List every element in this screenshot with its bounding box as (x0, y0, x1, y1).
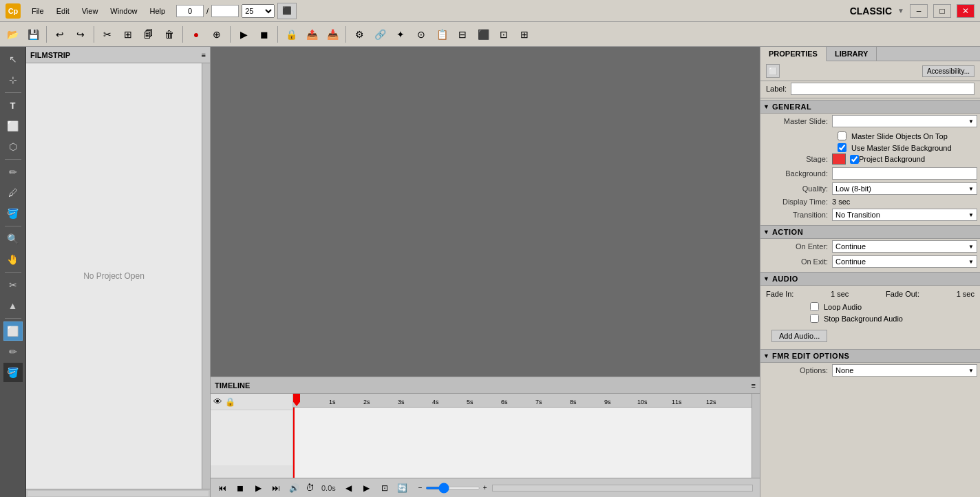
toolbar-import[interactable]: 📥 (323, 25, 342, 44)
toolbar-add[interactable]: ⊕ (207, 25, 226, 44)
label-input[interactable] (791, 83, 974, 95)
timeline-vscroll[interactable] (752, 394, 760, 478)
transition-dropdown[interactable]: No Transition ▼ (832, 209, 977, 221)
toolbar-sep4 (230, 26, 231, 43)
on-exit-dropdown[interactable]: Continue ▼ (832, 255, 977, 268)
toolbar-redo[interactable]: ↪ (71, 25, 90, 44)
toolbar-play[interactable]: ▶ (234, 25, 253, 44)
master-slide-objects-checkbox[interactable] (838, 131, 846, 140)
filmstrip-menu-icon[interactable]: ≡ (202, 51, 206, 59)
toolbar-group[interactable]: ⬛ (473, 25, 493, 44)
toolbar-lock[interactable]: 🔒 (281, 25, 301, 44)
tool-crop[interactable]: ✂ (3, 275, 23, 295)
tool-brush[interactable]: ✏ (3, 342, 23, 361)
frame-total-input[interactable] (211, 5, 239, 17)
tool-pointer[interactable]: ↖ (3, 50, 23, 69)
tl-frame-back[interactable]: ◀ (341, 481, 356, 495)
tool-rectangle2[interactable]: ⬜ (3, 321, 23, 341)
on-enter-dropdown[interactable]: Continue ▼ (832, 240, 977, 253)
toolbar-undo[interactable]: ↩ (50, 25, 70, 44)
toolbar-stop[interactable]: ◼ (255, 25, 274, 44)
fps-select[interactable]: 25 (242, 4, 275, 18)
maximize-button[interactable]: □ (933, 4, 951, 18)
timeline-controls: ⏮ ◼ ▶ ⏭ 🔊 ⏱ 0.0s ◀ ▶ ⊡ 🔄 − + (211, 478, 760, 497)
add-audio-button[interactable]: Add Audio... (771, 330, 827, 342)
fmr-options-dropdown[interactable]: None ▼ (832, 364, 977, 377)
tool-pen[interactable]: 🖊 (3, 183, 23, 202)
tl-stop[interactable]: ◼ (233, 481, 248, 495)
tool-text[interactable]: T (3, 96, 23, 115)
frame-current-input[interactable] (176, 5, 204, 17)
tool-fill[interactable]: 🪣 (3, 204, 23, 223)
toolbar-export[interactable]: 📤 (302, 25, 321, 44)
tool-pencil[interactable]: ✏ (3, 162, 23, 182)
tl-audio[interactable]: 🔊 (286, 481, 301, 495)
stop-bg-audio-checkbox[interactable] (810, 314, 819, 323)
slide-icon-btn[interactable]: ⬜ (766, 64, 780, 78)
stage-color-swatch[interactable] (832, 154, 846, 165)
toolbar-paste[interactable]: 🗐 (139, 25, 158, 44)
tl-play[interactable]: ▶ (251, 481, 266, 495)
menu-window[interactable]: Window (105, 6, 142, 17)
tool-rectangle[interactable]: ⬜ (3, 116, 23, 136)
quality-dropdown[interactable]: Low (8-bit) ▼ (832, 182, 977, 195)
menu-view[interactable]: View (76, 6, 104, 17)
toolbar-copy[interactable]: ⊞ (118, 25, 138, 44)
timeline-hscroll[interactable] (492, 485, 753, 491)
close-button[interactable]: ✕ (957, 4, 974, 18)
section-audio-header[interactable]: ▼ AUDIO (760, 272, 980, 286)
tool-hand[interactable]: 🤚 (3, 250, 23, 269)
tool-polygon[interactable]: ⬡ (3, 137, 23, 156)
lock-icon[interactable]: 🔒 (225, 397, 235, 407)
filmstrip-hscroll[interactable] (26, 489, 210, 497)
loop-audio-checkbox[interactable] (810, 302, 819, 311)
background-input[interactable] (832, 167, 977, 180)
menu-file[interactable]: File (26, 6, 50, 17)
toolbar-delete[interactable]: 🗑 (160, 25, 179, 44)
menu-edit[interactable]: Edit (51, 6, 75, 17)
menu-help[interactable]: Help (144, 6, 171, 17)
toolbar-save[interactable]: 💾 (23, 25, 43, 44)
toolbar-record[interactable]: ● (187, 25, 206, 44)
toolbar-table[interactable]: ⊞ (515, 25, 534, 44)
section-action-header[interactable]: ▼ ACTION (760, 225, 980, 239)
toolbar-ungroup[interactable]: ⊡ (494, 25, 513, 44)
zoom-plus-icon[interactable]: + (483, 484, 487, 491)
master-slide-dropdown[interactable]: ▼ (832, 115, 977, 127)
tab-library[interactable]: LIBRARY (827, 47, 877, 61)
zoom-slider[interactable] (425, 487, 480, 489)
section-fmr-header[interactable]: ▼ FMR EDIT OPTIONS (760, 349, 980, 363)
filmstrip-scrollbar[interactable] (202, 63, 210, 489)
accessibility-button[interactable]: Accessibility... (922, 65, 974, 77)
section-general-header[interactable]: ▼ GENERAL (760, 100, 980, 114)
toolbar-settings[interactable]: ⚙ (350, 25, 369, 44)
project-bg-checkbox[interactable] (850, 155, 859, 164)
tool-zoom[interactable]: 🔍 (3, 229, 23, 248)
toolbar-clip[interactable]: 📋 (432, 25, 451, 44)
minimize-button[interactable]: – (910, 4, 928, 18)
zoom-minus-icon[interactable]: − (418, 484, 423, 491)
use-master-slide-bg-checkbox[interactable] (838, 143, 846, 152)
tl-fit[interactable]: ⊡ (377, 481, 392, 495)
toolbar-circle[interactable]: ⊙ (412, 25, 431, 44)
tl-loop[interactable]: 🔄 (395, 481, 410, 495)
timeline-menu-icon[interactable]: ≡ (752, 381, 756, 390)
toolbar-cut[interactable]: ✂ (98, 25, 117, 44)
frame-nav-btn[interactable]: ⬛ (277, 3, 297, 19)
tab-properties[interactable]: PROPERTIES (760, 47, 827, 61)
eye-icon[interactable]: 👁 (213, 396, 222, 407)
toolbar-open[interactable]: 📂 (3, 25, 22, 44)
toolbar-link[interactable]: 🔗 (370, 25, 390, 44)
classic-dropdown-icon[interactable]: ▼ (897, 7, 904, 14)
tool-sep1 (5, 92, 21, 93)
toolbar-effects[interactable]: ✦ (391, 25, 410, 44)
timeline-track-area[interactable] (293, 408, 752, 478)
tool-subselect[interactable]: ⊹ (3, 70, 23, 89)
tool-transform[interactable]: ▲ (3, 296, 23, 315)
tl-go-end[interactable]: ⏭ (268, 481, 284, 495)
toolbar-align[interactable]: ⊟ (453, 25, 472, 44)
tool-bucket[interactable]: 🪣 (3, 363, 23, 382)
stage[interactable] (211, 47, 760, 377)
tl-play2[interactable]: ▶ (359, 481, 374, 495)
tl-go-start[interactable]: ⏮ (215, 481, 230, 495)
